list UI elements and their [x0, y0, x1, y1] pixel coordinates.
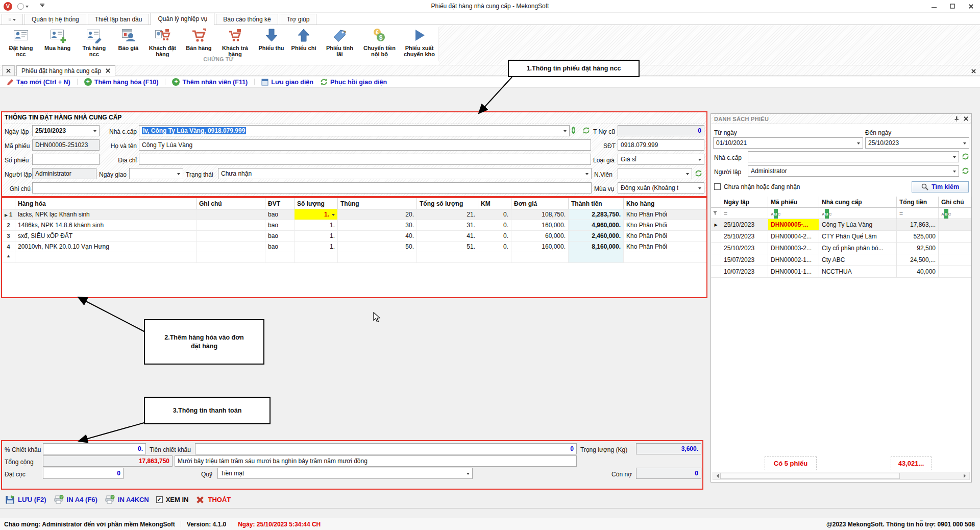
ribbon-button-phieu-tinh-lai[interactable]: Phiếu tính lãi — [320, 26, 359, 57]
weight-field[interactable]: 3,600. — [636, 443, 701, 454]
price-type-combo[interactable]: Giá sỉ — [618, 154, 704, 165]
order-number-field[interactable] — [32, 154, 100, 165]
ribbon-button-phieu-xuat-chuyen-kho[interactable]: Phiếu xuất chuyển kho — [399, 26, 439, 57]
order-list-row[interactable]: 25/10/2023 DHN00004-2... CTY Phân Quế Lâ… — [711, 231, 971, 243]
order-list-row[interactable]: ▶ 25/10/2023 DHN00005-... Công Ty Lúa Và… — [711, 219, 971, 231]
preview-checkbox[interactable]: ✓ XEM IN — [156, 496, 189, 503]
add-employee-link[interactable]: + Thêm nhân viên (F11) — [172, 78, 248, 86]
quick-access-toolbar[interactable] — [17, 3, 44, 10]
close-button[interactable] — [962, 0, 980, 13]
old-debt-field[interactable]: 0 — [618, 125, 704, 136]
phone-field[interactable]: 0918.079.999 — [618, 139, 704, 151]
ribbon-button-khach-tra-hang[interactable]: Khách trả hàng — [215, 26, 255, 57]
items-grid-row[interactable]: 2 1486ks, NPK 14.8.6 khánh sinh bao 1. 3… — [2, 220, 706, 231]
refresh-employee-icon[interactable] — [695, 170, 702, 177]
scrollbar-thumb[interactable] — [720, 473, 900, 479]
close-panel-icon[interactable] — [964, 116, 968, 121]
note-field[interactable] — [32, 182, 592, 194]
order-list-row[interactable]: 15/07/2023 DHN00002-1... Cty ABC 24,500,… — [711, 254, 971, 266]
close-panel-button[interactable] — [969, 67, 977, 75]
discount-amount-field[interactable]: 0 — [195, 443, 577, 454]
document-tab-active[interactable]: Phiếu đặt hàng nhà cung cấp — [16, 65, 115, 76]
order-code-field[interactable]: DHN00005-251023 — [32, 139, 100, 151]
order-list-filter-row[interactable]: = ABC ABC = ABC — [711, 208, 971, 219]
ribbon-button-tra-hang-ncc[interactable]: Trả hàng ncc — [74, 26, 114, 57]
items-grid-annotation-box: Hàng hóa Ghi chú ĐVT Số lượng Thùng Tổng… — [1, 197, 707, 298]
ribbon-button-khach-dat-hang[interactable]: Khách đặt hàng — [142, 26, 182, 57]
minimize-button[interactable] — [925, 0, 943, 13]
order-date-picker[interactable]: 25/10/2023 — [32, 125, 100, 136]
remaining-debt-field[interactable]: 0 — [636, 468, 701, 479]
order-list-header[interactable]: Ngày lập Mã phiếu Nhà cung cấp Tổng tiền… — [711, 197, 971, 208]
ribbon-button-ban-hang[interactable]: Bán hàng — [182, 26, 215, 51]
items-grid-row[interactable]: 4 20010vh, NPK 20.0.10 Vạn Hưng bao 1. 5… — [2, 242, 706, 252]
ribbon-button-dat-hang-ncc[interactable]: Đặt hàng ncc — [1, 26, 41, 57]
contact-card-plus-icon — [50, 27, 66, 43]
coins-transfer-icon: €$ — [371, 27, 387, 43]
quick-access-icon[interactable] — [17, 3, 24, 10]
horizontal-scrollbar[interactable] — [713, 472, 970, 480]
items-grid-header[interactable]: Hàng hóa Ghi chú ĐVT Số lượng Thùng Tổng… — [2, 198, 706, 209]
employee-combo[interactable] — [618, 168, 692, 179]
tab-quan-tri-he-thong[interactable]: Quản trị hệ thống — [24, 14, 86, 25]
maximize-button[interactable] — [943, 0, 962, 13]
quantity-cell-editing[interactable]: 1. — [295, 209, 338, 220]
tab-bao-cao-thong-ke[interactable]: Báo cáo thống kê — [216, 14, 278, 25]
from-date-combo[interactable]: 01/10/2021 — [713, 137, 863, 149]
print-a4kcn-button[interactable]: ? IN A4KCN — [105, 495, 149, 504]
supplier-name-field[interactable]: Công Ty Lúa Vàng — [139, 139, 591, 151]
create-new-link[interactable]: Tạo mới (Ctrl + N) — [7, 79, 70, 86]
fund-combo[interactable]: Tiền mặt — [217, 468, 473, 479]
panel-supplier-combo[interactable] — [748, 151, 959, 162]
season-combo[interactable]: Đông xuân (Khoảng t — [618, 182, 704, 194]
save-layout-link[interactable]: Lưu giao diện — [261, 79, 313, 86]
order-list-row[interactable]: 10/07/2023 DHN00001-1... NCCTHUA 40,000 — [711, 266, 971, 278]
delivery-date-combo[interactable] — [129, 168, 183, 179]
items-grid-row[interactable]: ▶ 1 lacks, NPK lạc Khánh sinh bao 1. 20.… — [2, 209, 706, 220]
tab-application-menu[interactable] — [2, 14, 23, 25]
refresh-supplier-icon[interactable] — [582, 127, 590, 134]
items-grid-new-row[interactable]: * — [2, 252, 706, 263]
scroll-right-icon[interactable] — [964, 474, 968, 478]
save-button[interactable]: LƯU (F2) — [5, 495, 46, 504]
chevron-down-icon[interactable] — [26, 6, 29, 9]
tab-tro-giup[interactable]: Trợ giúp — [280, 14, 317, 25]
checkbox-checked-icon[interactable]: ✓ — [156, 496, 163, 503]
panel-creator-combo[interactable]: Administrator — [748, 165, 959, 177]
close-all-tabs-button[interactable] — [2, 65, 15, 76]
creator-field[interactable]: Administrator — [32, 168, 96, 179]
pin-icon[interactable] — [953, 116, 960, 122]
tab-quan-ly-nghiep-vu[interactable]: Quản lý nghiệp vụ — [151, 13, 214, 25]
svg-text:?: ? — [60, 495, 62, 499]
ribbon-button-phieu-chi[interactable]: Phiếu chi — [288, 26, 320, 51]
add-product-link[interactable]: + Thêm hàng hóa (F10) — [84, 78, 159, 86]
to-date-combo[interactable]: 25/10/2023 — [865, 137, 969, 149]
items-grid-row[interactable]: 3 sxđ, SIÊU xỐP ĐẤT bao 1. 40. 41. 0. 60… — [2, 231, 706, 242]
ribbon-button-mua-hang[interactable]: Mua hàng — [41, 26, 74, 51]
search-button[interactable]: Tìm kiếm — [912, 181, 969, 192]
ribbon-button-chuyen-tien-noi-bo[interactable]: €$ Chuyển tiền nội bộ — [359, 26, 399, 57]
close-tab-icon[interactable] — [106, 68, 110, 73]
status-combo[interactable]: Chưa nhận — [218, 168, 592, 179]
scroll-left-icon[interactable] — [715, 474, 719, 478]
discount-pct-field[interactable]: 0. — [43, 443, 146, 454]
pending-checkbox[interactable] — [714, 183, 721, 190]
refresh-icon[interactable] — [962, 153, 969, 160]
close-icon — [971, 69, 976, 74]
ribbon-tab-bar: Quản trị hệ thống Thiết lập ban đầu Quản… — [0, 13, 980, 25]
tab-thiet-lap-ban-dau[interactable]: Thiết lập ban đầu — [88, 14, 150, 25]
toolbar-options-icon[interactable] — [40, 4, 44, 9]
label-ngay-giao: Ngày giao — [99, 169, 127, 180]
ribbon-button-phieu-thu[interactable]: Phiếu thu — [255, 26, 287, 51]
address-field[interactable] — [139, 154, 591, 165]
supplier-combo[interactable]: lv, Công Ty Lúa Vàng, 0918.079.999 — [139, 125, 570, 136]
restore-layout-link[interactable]: Phục hồi giao diện — [320, 78, 387, 86]
order-list-row[interactable]: 25/10/2023 DHN00003-2... Cty cổ phần phâ… — [711, 243, 971, 254]
ribbon-button-bao-gia[interactable]: Báo giá — [114, 26, 142, 51]
deposit-field[interactable]: 0 — [43, 468, 124, 479]
add-supplier-icon[interactable]: + — [572, 126, 580, 134]
label-tu-ngay: Từ ngày — [714, 127, 737, 138]
refresh-icon[interactable] — [962, 167, 969, 175]
print-a4-button[interactable]: ? IN A4 (F6) — [54, 495, 97, 504]
exit-button[interactable]: THOÁT — [195, 495, 231, 504]
